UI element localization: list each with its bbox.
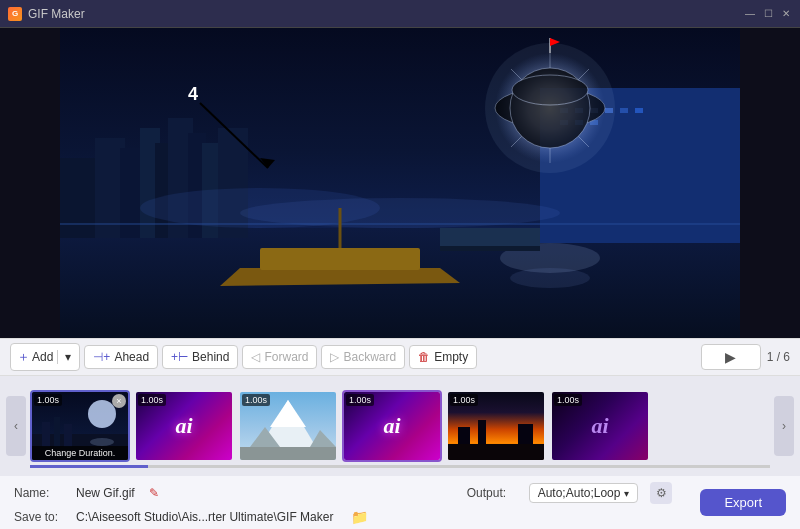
svg-rect-62 (518, 424, 533, 444)
backward-icon: ▷ (330, 350, 339, 364)
bottom-right: Export (686, 476, 800, 529)
svg-rect-35 (60, 223, 740, 225)
preview-area: 4 (0, 28, 800, 338)
timeline: ‹ 1.00s × Ch (0, 376, 800, 476)
output-dropdown[interactable]: Auto;Auto;Loop ▾ (529, 483, 639, 503)
nav-left-icon: ‹ (14, 419, 18, 433)
timeline-progress (30, 465, 770, 468)
behind-button[interactable]: +⊢ Behind (162, 345, 238, 369)
dropdown-arrow-icon[interactable]: ▾ (57, 350, 73, 364)
bottom-section: Name: New Gif.gif ✎ Output: Auto;Auto;Lo… (0, 476, 800, 529)
empty-label: Empty (434, 350, 468, 364)
empty-button[interactable]: 🗑 Empty (409, 345, 477, 369)
svg-point-30 (512, 75, 588, 105)
svg-point-51 (90, 438, 114, 446)
page-indicator: ▶ 1 / 6 (701, 344, 790, 370)
svg-rect-50 (64, 424, 72, 447)
name-value: New Gif.gif (76, 486, 135, 500)
svg-rect-21 (635, 108, 643, 113)
output-label: Output: (467, 486, 517, 500)
add-label: Add (32, 350, 53, 364)
timeline-item-3[interactable]: 1.00s (238, 390, 338, 462)
ahead-icon: ⊣+ (93, 350, 110, 364)
app-icon: G (8, 7, 22, 21)
timeline-nav-right[interactable]: › (774, 396, 794, 456)
save-path: C:\Aiseesoft Studio\Ais...rter Ultimate\… (76, 510, 333, 524)
timeline-item-1[interactable]: 1.00s × Change Duration. (30, 390, 130, 462)
forward-button[interactable]: ◁ Forward (242, 345, 317, 369)
folder-icon[interactable]: 📁 (351, 509, 368, 525)
ahead-button[interactable]: ⊣+ Ahead (84, 345, 158, 369)
duration-4: 1.00s (346, 394, 374, 406)
timeline-progress-fill (30, 465, 148, 468)
maximize-button[interactable]: ☐ (762, 8, 774, 20)
output-value: Auto;Auto;Loop (538, 486, 621, 500)
settings-button[interactable]: ⚙ (650, 482, 672, 504)
page-count: 1 / 6 (767, 350, 790, 364)
svg-rect-2 (60, 158, 100, 238)
nav-right-icon: › (782, 419, 786, 433)
duration-3: 1.00s (242, 394, 270, 406)
title-bar: G GIF Maker — ☐ ✕ (0, 0, 800, 28)
timeline-nav-left[interactable]: ‹ (6, 396, 26, 456)
timeline-item-5[interactable]: 1.00s (446, 390, 546, 462)
side-panel-right (740, 28, 800, 338)
behind-label: Behind (192, 350, 229, 364)
svg-rect-42 (440, 246, 540, 251)
svg-rect-61 (478, 420, 486, 444)
bottom-row-2: Save to: C:\Aiseesoft Studio\Ais...rter … (14, 509, 672, 525)
toolbar: ＋ Add ▾ ⊣+ Ahead +⊢ Behind ◁ Forward ▷ B… (0, 338, 800, 376)
duration-1: 1.00s (34, 394, 62, 406)
svg-rect-41 (440, 228, 540, 248)
title-bar-title: GIF Maker (28, 7, 85, 21)
export-button[interactable]: Export (700, 489, 786, 516)
preview-image (60, 28, 740, 338)
svg-rect-60 (458, 427, 470, 444)
side-panel-left (0, 28, 60, 338)
svg-marker-38 (220, 268, 460, 286)
ahead-label: Ahead (114, 350, 149, 364)
plus-icon: ＋ (17, 348, 30, 366)
duration-2: 1.00s (138, 394, 166, 406)
edit-name-icon[interactable]: ✎ (149, 486, 159, 500)
svg-rect-20 (620, 108, 628, 113)
title-bar-left: G GIF Maker (8, 7, 85, 21)
window-controls[interactable]: — ☐ ✕ (744, 8, 792, 20)
backward-label: Backward (343, 350, 396, 364)
svg-rect-59 (448, 444, 544, 460)
timeline-item-4[interactable]: ai 1.00s (342, 390, 442, 462)
minimize-button[interactable]: — (744, 8, 756, 20)
bottom-row-1: Name: New Gif.gif ✎ Output: Auto;Auto;Lo… (14, 482, 672, 504)
output-dropdown-arrow: ▾ (624, 488, 629, 499)
save-label: Save to: (14, 510, 64, 524)
play-button[interactable]: ▶ (701, 344, 761, 370)
play-icon: ▶ (725, 349, 736, 365)
timeline-item-2[interactable]: ai 1.00s (134, 390, 234, 462)
change-duration-1[interactable]: Change Duration. (32, 446, 128, 460)
behind-icon: +⊢ (171, 350, 188, 364)
add-button[interactable]: ＋ Add ▾ (10, 343, 80, 371)
backward-button[interactable]: ▷ Backward (321, 345, 405, 369)
trash-icon: 🗑 (418, 350, 430, 364)
close-button[interactable]: ✕ (780, 8, 792, 20)
bottom-left: Name: New Gif.gif ✎ Output: Auto;Auto;Lo… (0, 476, 686, 529)
svg-rect-39 (260, 248, 420, 270)
svg-rect-48 (42, 422, 50, 447)
forward-label: Forward (264, 350, 308, 364)
svg-rect-49 (54, 417, 60, 447)
duration-5: 1.00s (450, 394, 478, 406)
close-1[interactable]: × (112, 394, 126, 408)
duration-6: 1.00s (554, 394, 582, 406)
timeline-item-6[interactable]: ai 1.00s (550, 390, 650, 462)
forward-icon: ◁ (251, 350, 260, 364)
svg-point-37 (510, 268, 590, 288)
svg-rect-55 (240, 447, 336, 460)
name-label: Name: (14, 486, 64, 500)
